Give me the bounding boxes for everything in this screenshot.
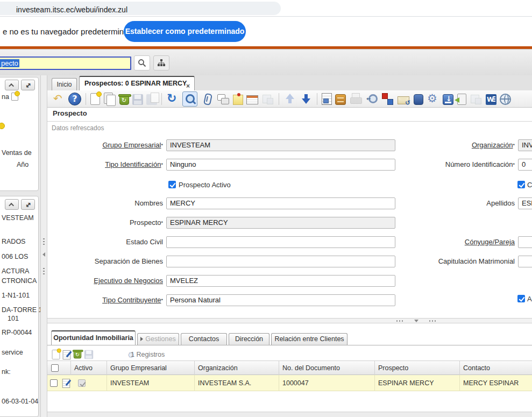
tab-inicio[interactable]: Inicio <box>52 78 77 90</box>
cliente-checkbox[interactable] <box>517 181 525 188</box>
expand-panel-button[interactable]: ↔ <box>21 199 35 210</box>
panel2-item[interactable]: CTRONICA <box>2 277 37 285</box>
panel1-item[interactable]: Ventas de <box>2 149 32 157</box>
numero-identificacion-input[interactable]: 0 <box>518 159 532 171</box>
undo-icon[interactable] <box>52 93 65 105</box>
panel1-item[interactable]: Año <box>17 161 29 168</box>
select-all-checkbox[interactable] <box>51 364 59 372</box>
new-record-icon[interactable] <box>52 350 60 359</box>
copy-faded-icon[interactable] <box>470 93 483 105</box>
separacion-bienes-select[interactable] <box>166 256 395 267</box>
save-create-new-icon[interactable] <box>146 94 157 105</box>
sidebar-splitter[interactable] <box>40 75 47 417</box>
panel2-item[interactable]: ACTURA <box>2 267 29 275</box>
product-info-icon[interactable] <box>414 94 423 105</box>
collapse-panel-button[interactable] <box>5 80 19 90</box>
activo-checkbox[interactable] <box>517 295 525 302</box>
column-header[interactable]: Contacto <box>459 361 532 375</box>
column-header[interactable]: Prospecto <box>374 361 459 375</box>
archive-icon[interactable] <box>335 94 346 105</box>
detail-faded-icon[interactable] <box>261 93 274 105</box>
estado-civil-select[interactable] <box>166 236 395 248</box>
tab-relacion-entre-clientes[interactable]: Relación entre Clientes <box>271 333 347 345</box>
request-icon[interactable] <box>398 96 409 104</box>
table-row[interactable]: INVESTEAM INVESTEAM S.A. 1000047 ESPINAR… <box>47 375 532 391</box>
column-header[interactable]: Organización <box>194 361 279 375</box>
detail-splitter[interactable] <box>47 318 532 323</box>
panel2-item[interactable]: nk: <box>2 368 11 376</box>
ejecutivo-negocios-select[interactable]: MVELEZ <box>166 275 395 287</box>
new-record-icon[interactable] <box>90 93 100 105</box>
column-header[interactable]: No. del Documento <box>279 361 374 375</box>
tipo-contribuyente-select[interactable]: Persona Natural <box>166 294 395 306</box>
column-header[interactable]: Activo <box>70 361 107 375</box>
tab-contactos[interactable]: Contactos <box>181 333 227 345</box>
edit-record-icon[interactable] <box>62 379 70 388</box>
panel2-item[interactable]: VESTEAM <box>2 214 34 222</box>
refresh-icon[interactable] <box>166 93 179 105</box>
tab-oportunidad-inmobiliaria[interactable]: Oportunidad Inmobiliaria <box>51 330 136 345</box>
cell-organizacion: INVESTEAM S.A. <box>194 375 279 391</box>
prospecto-field[interactable]: ESPINAR MERCY <box>166 217 395 229</box>
menu-tree-button[interactable] <box>153 55 169 70</box>
delete-record-icon[interactable] <box>74 351 82 358</box>
save-icon[interactable] <box>132 94 143 105</box>
tab-baseline <box>47 345 532 345</box>
panel2-item[interactable]: RADOS <box>2 238 25 245</box>
nav-up-icon[interactable] <box>283 93 296 105</box>
field-label: Tipo Identificación* <box>47 159 163 171</box>
tab-gestiones[interactable]: Gestiones <box>137 333 179 345</box>
expand-panel-button[interactable]: ↔ <box>21 80 35 90</box>
document-icon[interactable] <box>11 93 18 101</box>
save-faded-icon[interactable] <box>84 350 93 359</box>
global-search-input[interactable]: pecto <box>0 56 131 70</box>
panel2-item[interactable]: 101 <box>8 315 19 322</box>
capitulacion-matrimonial-field[interactable] <box>518 256 532 267</box>
panel2-item[interactable]: DA-TORRE 1- <box>2 306 45 314</box>
grupo-empresarial-field[interactable]: INVESTEAM <box>166 139 395 151</box>
panel2-item[interactable]: service <box>2 349 23 356</box>
attachment-icon[interactable] <box>201 93 214 105</box>
grid-toggle-icon[interactable] <box>246 95 258 104</box>
collapse-left-icon[interactable] <box>42 252 45 257</box>
row-checkbox[interactable] <box>50 379 58 387</box>
tipo-identificacion-select[interactable]: Ninguno <box>166 159 395 171</box>
chat-icon[interactable] <box>217 93 230 105</box>
web-icon[interactable] <box>500 94 511 105</box>
conyuge-pareja-field[interactable] <box>518 236 532 248</box>
print-icon[interactable] <box>349 93 362 105</box>
field-label: Prospecto* <box>47 217 163 229</box>
delete-record-icon[interactable] <box>119 96 129 105</box>
help-icon[interactable] <box>68 93 81 105</box>
collapse-panel-button[interactable] <box>5 199 19 210</box>
export-icon[interactable] <box>443 94 453 105</box>
import-file-icon[interactable] <box>457 94 466 105</box>
panel2-item[interactable]: RP-00044 <box>2 329 32 336</box>
panel2-item[interactable]: 1-N1-101 <box>2 292 30 299</box>
requery-icon[interactable] <box>365 93 378 105</box>
nav-down-icon[interactable] <box>300 93 313 105</box>
search-button[interactable] <box>134 55 150 70</box>
report-icon[interactable] <box>322 93 332 105</box>
set-default-button[interactable]: Establecer como predeterminado <box>124 21 246 42</box>
word-export-icon[interactable] <box>486 94 496 105</box>
panel2-item[interactable]: 06-03-01-04 <box>2 398 38 405</box>
tab-direccion[interactable]: Dirección <box>229 333 269 345</box>
address-bar[interactable]: investeam.itsc.ec/webui/index.zul <box>0 2 281 15</box>
tab-prospectos[interactable]: Prospectos: 0 ESPINAR MERCY × <box>79 76 195 90</box>
organizacion-field[interactable]: INVESTEAM <box>518 139 532 151</box>
column-header[interactable]: Grupo Empresarial <box>107 361 194 375</box>
process-icon[interactable] <box>427 93 439 105</box>
panel1-item[interactable]: na <box>2 93 9 101</box>
copy-record-icon[interactable] <box>103 93 116 105</box>
workflow-icon[interactable] <box>381 93 394 105</box>
apellidos-input[interactable]: ESPINAR <box>518 197 532 209</box>
panel2-item[interactable]: 006 LOS <box>2 253 28 260</box>
prospecto-activo-checkbox[interactable] <box>168 181 176 188</box>
find-icon[interactable] <box>182 91 197 107</box>
nombres-input[interactable]: MERCY <box>166 197 395 209</box>
edit-record-icon[interactable] <box>63 350 71 359</box>
field-label: Tipo Contribuyente* <box>47 294 163 306</box>
note-icon[interactable] <box>233 95 243 105</box>
collapse-down-icon[interactable] <box>414 320 418 322</box>
